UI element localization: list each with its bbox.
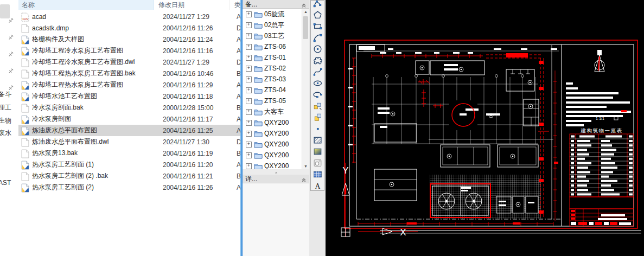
scroll-up-icon[interactable]: ▲ [302, 10, 309, 14]
tree-expander-icon[interactable]: + [246, 142, 252, 148]
file-row[interactable]: 冷水泵房剖面.bak2000/12/28 15:00B [18, 102, 240, 113]
tree-expander-icon[interactable]: + [246, 131, 252, 137]
tree-expander-icon[interactable]: + [246, 109, 252, 115]
point-tool-button[interactable] [311, 123, 324, 135]
hatch-tool-button[interactable] [311, 135, 324, 146]
file-row[interactable]: 热水泵房工艺剖面 (1)2004/12/16 11:20A [18, 159, 240, 170]
file-row[interactable]: 格栅构件及大样图2004/12/16 11:24A [18, 34, 240, 45]
tree-item[interactable]: +QXY200 [243, 117, 309, 128]
file-row[interactable]: 冷却塔水池工艺布置图2004/12/16 11:18A [18, 91, 240, 102]
tree-expander-icon[interactable]: + [246, 120, 252, 126]
tree-item[interactable]: +ZTS-02 [243, 63, 309, 74]
fas-file-icon: FAS [21, 12, 29, 21]
tree-expander-icon[interactable]: + [246, 11, 252, 17]
file-row[interactable]: 炼油废水总平面布置图2004/12/16 11:25A [18, 125, 240, 136]
scrollbar-thumb[interactable] [303, 16, 308, 39]
tree-scrollbar[interactable]: ▲ ▼ [302, 9, 309, 169]
collapse-chevron-icon[interactable] [301, 176, 307, 182]
file-row[interactable]: 冷水泵房剖面2004/12/16 11:17A [18, 113, 240, 125]
ellipse-arc-tool-button[interactable] [311, 89, 324, 100]
nav-pane-item-label[interactable]: AST [0, 179, 11, 187]
svg-text:X: X [400, 227, 406, 238]
tree-expander-icon[interactable]: + [246, 76, 252, 82]
panel-splitter[interactable] [243, 169, 309, 175]
multiline-text-tool-button[interactable]: A [311, 180, 324, 191]
pin-icon[interactable] [8, 67, 14, 73]
pin-icon[interactable] [8, 16, 14, 23]
tree-item[interactable]: +QXY200 [243, 139, 309, 150]
file-row[interactable]: 炼油废水总平面布置图.dwl2024/11/27 1:30D [18, 136, 240, 148]
tree-item[interactable]: +QXY200 [243, 161, 309, 169]
pin-icon[interactable] [8, 50, 14, 56]
tree-panel-header[interactable]: 备... [243, 0, 309, 9]
ellipse-tool-button[interactable] [311, 78, 324, 89]
file-row[interactable]: 冷却塔工程冷水泵房工艺布置图2004/12/16 11:16A [18, 45, 240, 56]
tree-expander-icon[interactable]: + [246, 66, 252, 72]
nav-pane-item-label[interactable]: 理工 [0, 103, 11, 112]
file-row[interactable]: 热水泵房工艺剖面 (2) .bak2004/12/16 11:21B [18, 170, 240, 182]
tree-item[interactable]: +03工艺 [243, 30, 309, 41]
tree-expander-icon[interactable]: + [246, 152, 252, 158]
tree-item[interactable]: +ZTS-03 [243, 74, 309, 85]
tree-item[interactable]: +大客车 [243, 106, 309, 117]
tree-item[interactable]: +QXY200 [243, 128, 309, 139]
file-row[interactable]: 冷却塔工程冷水泵房工艺布置图.dwl2024/11/27 1:29D [18, 56, 240, 68]
insert-block-tool-button[interactable] [311, 100, 324, 112]
arc-tool-button[interactable] [311, 32, 324, 43]
spline-tool-button[interactable] [311, 66, 324, 78]
svg-text:Y: Y [342, 165, 348, 176]
nav-pane-item-label[interactable]: 废水 [0, 129, 11, 138]
circle-tool-button[interactable] [311, 43, 324, 55]
nav-pane-item-label[interactable]: 备斗 [0, 90, 11, 99]
collapse-chevron-icon[interactable] [301, 2, 307, 7]
folder-icon [254, 141, 263, 148]
gradient-tool-button[interactable] [311, 146, 324, 157]
pin-icon[interactable] [8, 84, 14, 90]
tree-expander-icon[interactable]: + [246, 22, 252, 28]
tree-expander-icon[interactable]: + [246, 33, 252, 39]
tree-item-label: ZTS-06 [264, 43, 300, 50]
file-row[interactable]: 冷却塔工程热水泵房工艺布置图.bak2004/12/16 10:46B [18, 68, 240, 79]
tree-expander-icon[interactable]: + [246, 98, 252, 104]
scroll-down-icon[interactable]: ▼ [302, 164, 309, 168]
region-tool-button[interactable] [311, 157, 324, 169]
tree-item[interactable]: +05旋流 [243, 9, 309, 20]
file-date-modified: 2004/12/16 11:16 [154, 47, 237, 55]
file-row[interactable]: 热水泵房13.bak2004/12/16 11:19B [18, 148, 240, 159]
table-tool-button[interactable] [311, 169, 324, 180]
details-panel-header[interactable]: 详... [243, 175, 309, 183]
tree-expander-icon[interactable]: + [246, 44, 252, 50]
polygon-tool-button[interactable] [311, 9, 324, 21]
tree-item[interactable]: +ZTS-05 [243, 95, 309, 106]
file-row[interactable]: acadstk.dmp2004/12/16 11:26D [18, 22, 240, 34]
file-row[interactable]: FASacad2024/11/27 1:29A [18, 11, 240, 22]
tree-item[interactable]: +ZTS-01 [243, 52, 309, 63]
tree-expander-icon[interactable]: + [246, 55, 252, 61]
polygon-icon [313, 10, 322, 20]
explorer-nav-pane[interactable]: 备斗理工生物废水AST [0, 0, 19, 256]
tree-item[interactable]: +ZTS-04 [243, 85, 309, 95]
tree-item[interactable]: +ZTS-06 [243, 41, 309, 52]
dwg-file-icon [21, 183, 29, 192]
polyline-tool-button[interactable] [311, 0, 324, 9]
tree-expander-icon[interactable]: + [246, 163, 252, 169]
autocad-drawing-canvas[interactable]: Y X 1-1/1 建构筑物一览表 [326, 0, 644, 256]
nav-pane-item-label[interactable]: 生物 [0, 116, 11, 125]
revision-cloud-tool-button[interactable] [311, 55, 324, 66]
column-header-date-modified[interactable]: 修改日期 [155, 0, 230, 10]
tree-expander-icon[interactable]: + [246, 87, 252, 93]
file-name: 炼油废水总平面布置图.dwl [32, 137, 154, 146]
north-arrow [595, 50, 604, 72]
column-header-name[interactable]: 名称 [18, 0, 154, 10]
svg-text:1-1/1: 1-1/1 [596, 117, 604, 120]
pin-icon[interactable] [8, 33, 14, 40]
column-header-type[interactable]: 类 [231, 0, 240, 10]
top-dimension-chain [364, 48, 559, 58]
tree-item[interactable]: +QXY200 [243, 150, 309, 161]
rectangle-tool-button[interactable] [311, 21, 324, 32]
file-row[interactable]: 冷却塔工程热水泵房工艺布置图2004/12/16 11:29A [18, 79, 240, 91]
make-block-tool-button[interactable] [311, 112, 324, 123]
tree-item[interactable]: +02总平 [243, 20, 309, 30]
file-row[interactable]: 热水泵房工艺剖面 (2)2004/12/16 11:26A [18, 182, 240, 193]
file-name: acad [32, 13, 154, 21]
